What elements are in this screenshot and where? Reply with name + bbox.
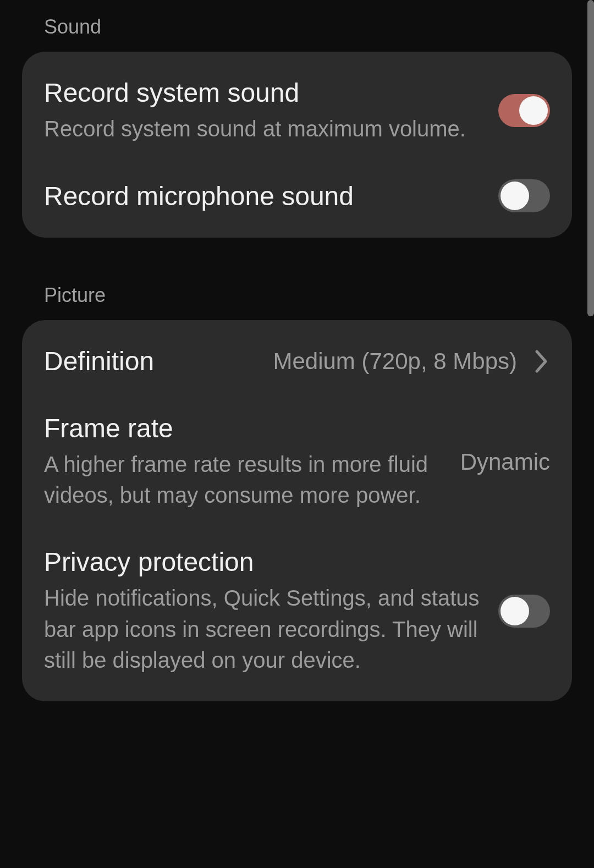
row-record-microphone-sound[interactable]: Record microphone sound (22, 162, 572, 230)
row-title: Privacy protection (44, 546, 482, 578)
row-text: Frame rate A higher frame rate results i… (44, 413, 444, 511)
section-header-sound: Sound (22, 0, 572, 52)
scrollbar[interactable] (587, 0, 594, 316)
row-subtitle: Record system sound at maximum volume. (44, 113, 482, 145)
toggle-knob (501, 182, 529, 210)
toggle-record-system-sound[interactable] (498, 94, 550, 127)
settings-viewport: Sound Record system sound Record system … (0, 0, 594, 868)
row-definition[interactable]: Definition Medium (720p, 8 Mbps) (22, 328, 572, 395)
row-title: Record system sound (44, 77, 482, 109)
row-privacy-protection[interactable]: Privacy protection Hide notifications, Q… (22, 529, 572, 694)
row-title: Frame rate (44, 413, 444, 444)
toggle-privacy-protection[interactable] (498, 595, 550, 628)
section-header-picture: Picture (22, 268, 572, 320)
sound-card: Record system sound Record system sound … (22, 52, 572, 238)
chevron-right-icon (534, 348, 550, 375)
row-text: Definition (44, 345, 256, 377)
picture-card: Definition Medium (720p, 8 Mbps) Frame r… (22, 320, 572, 701)
toggle-knob (519, 96, 548, 125)
row-value-definition: Medium (720p, 8 Mbps) (273, 348, 517, 375)
row-frame-rate[interactable]: Frame rate A higher frame rate results i… (22, 395, 572, 529)
row-text: Privacy protection Hide notifications, Q… (44, 546, 482, 676)
row-text: Record microphone sound (44, 180, 482, 212)
row-record-system-sound[interactable]: Record system sound Record system sound … (22, 59, 572, 162)
toggle-knob (501, 597, 529, 625)
row-text: Record system sound Record system sound … (44, 77, 482, 144)
section-spacer (22, 238, 572, 268)
row-value-frame-rate: Dynamic (460, 449, 550, 475)
row-subtitle: Hide notifications, Quick Settings, and … (44, 583, 482, 676)
row-title: Record microphone sound (44, 180, 482, 212)
row-subtitle: A higher frame rate results in more flui… (44, 449, 444, 512)
toggle-record-microphone-sound[interactable] (498, 179, 550, 212)
row-title: Definition (44, 345, 256, 377)
